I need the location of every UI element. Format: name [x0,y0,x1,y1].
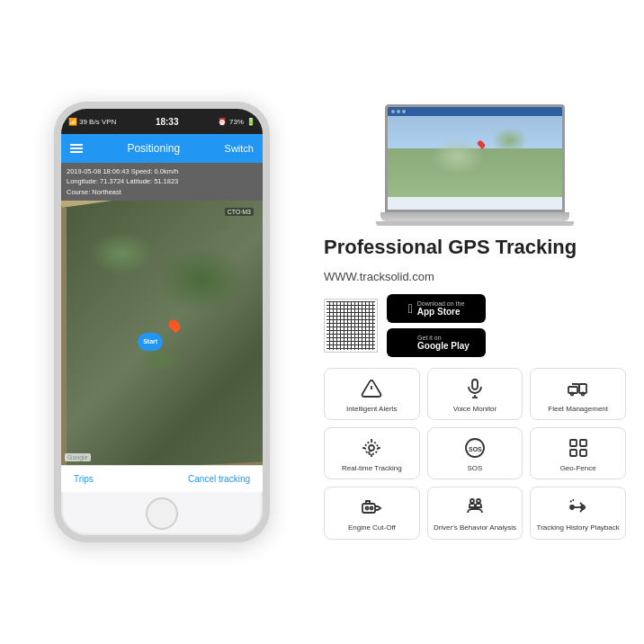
feature-label: SOS [468,464,483,473]
geofence-icon [568,435,589,461]
google-label: Google [65,453,91,461]
fleet-icon [568,376,589,401]
info-panel: Professional GPS Tracking WWW.tracksolid… [324,97,626,546]
phone-status-bar: 📶 39 B/s VPN 18:33 ⏰ 73% 🔋 [61,109,263,134]
info-line-1: 2019-05-08 18:06:43 Speed: 0.0km/h [67,166,257,176]
road-1 [61,201,261,208]
svg-point-25 [477,499,480,503]
battery-text: 73% [229,118,244,126]
google-play-icon: ▶ [403,335,413,350]
feature-fleet-management: Fleet Management [530,368,626,420]
laptop-screen [385,104,565,212]
switch-button[interactable]: Switch [225,143,254,154]
pin-icon [166,318,182,334]
tracking-icon [361,435,382,461]
appstore-big-text: App Store [417,307,465,317]
googleplay-big-text: Google Play [417,341,470,351]
feature-label: Tracking History Playback [537,523,620,532]
gps-title: Professional GPS Tracking [324,237,626,258]
svg-rect-20 [580,450,586,456]
laptop-wrapper [324,104,626,226]
laptop-map-pin [477,140,487,150]
googleplay-text: Get it on Google Play [417,335,470,351]
feature-voice-monitor: Voice Monitor [427,368,523,420]
signal-icon: 📶 [68,118,77,126]
feature-label: Voice Monitor [453,405,496,414]
gps-info-bar: 2019-05-08 18:06:43 Speed: 0.0km/h Longi… [61,163,263,201]
feature-label: Real-time Tracking [342,464,402,473]
feature-driver-behavior: Driver's Behavior Analysis [427,487,523,539]
svg-rect-19 [570,450,577,456]
main-container: 📶 39 B/s VPN 18:33 ⏰ 73% 🔋 Positioning S… [0,0,644,644]
road-3 [61,461,263,465]
website-url: WWW.tracksolid.com [324,270,626,283]
googleplay-button[interactable]: ▶ Get it on Google Play [387,328,486,357]
apple-icon:  [408,301,413,316]
status-left-text: 39 B/s VPN [79,118,116,126]
feature-geo-fence: Geo-Fence [530,427,626,479]
cancel-tracking-button[interactable]: Cancel tracking [188,474,250,484]
svg-point-24 [470,499,474,503]
engine-icon [361,495,382,520]
phone-bottom-bar: Trips Cancel tracking [61,465,263,492]
googleplay-small-text: Get it on [417,335,470,341]
battery-icon: 🔋 [246,118,255,126]
feature-label: Fleet Management [548,405,608,414]
status-right: ⏰ 73% 🔋 [218,118,255,126]
store-buttons-column:  Download on the App Store ▶ Get it on … [387,294,486,357]
info-line-2: Longitude: 71.3724 Latitude: 51.1823 [67,176,257,186]
feature-engine-cutoff: Engine Cut-Off [324,487,420,539]
cto-label: CTO·M3 [225,208,254,216]
laptop-foot [376,221,574,226]
laptop-mockup [376,104,574,226]
svg-text:SOS: SOS [469,446,482,452]
trips-button[interactable]: Trips [74,474,94,484]
svg-point-7 [570,392,573,395]
feature-label: Driver's Behavior Analysis [434,523,516,532]
phone-mockup: 📶 39 B/s VPN 18:33 ⏰ 73% 🔋 Positioning S… [54,102,270,542]
feature-intelligent-alerts: Intelligent Alerts [324,368,420,420]
svg-rect-18 [580,440,586,446]
svg-point-23 [371,507,373,510]
svg-rect-2 [472,380,478,389]
start-marker: Start [138,333,163,351]
appstore-text: Download on the App Store [417,300,465,317]
appstore-small-text: Download on the [417,300,465,307]
mic-icon [464,376,486,401]
alert-icon [361,376,382,401]
svg-point-10 [365,442,378,454]
laptop-topbar [388,107,562,116]
road-2 [61,208,67,465]
status-left: 📶 39 B/s VPN [68,118,116,126]
info-line-3: Course: Northeast [67,187,257,197]
home-button[interactable] [146,497,178,530]
alarm-icon: ⏰ [218,118,227,126]
laptop-map [388,116,562,197]
history-icon [568,495,589,520]
feature-grid: Intelligent Alerts Voice Monitor [324,368,626,540]
qr-image [326,301,375,350]
sos-icon: SOS [464,435,486,461]
start-label: Start [143,338,157,344]
store-buttons:  Download on the App Store ▶ Get it on … [324,294,626,357]
phone-wrapper: 📶 39 B/s VPN 18:33 ⏰ 73% 🔋 Positioning S… [18,102,306,542]
laptop-base [380,212,569,221]
svg-point-9 [369,445,374,451]
hamburger-icon[interactable] [70,144,83,153]
feature-sos: SOS SOS [427,427,523,479]
nav-title: Positioning [127,142,180,155]
svg-point-8 [581,392,584,395]
feature-label: Engine Cut-Off [348,523,396,532]
svg-rect-6 [579,384,586,393]
map-background: Start CTO·M3 Google [61,201,263,465]
feature-history-playback: Tracking History Playback [530,487,626,539]
qr-code [324,299,378,353]
map-view[interactable]: Start CTO·M3 Google [61,201,263,465]
feature-label: Geo-Fence [560,464,596,473]
driver-icon [464,495,486,520]
location-pin [170,319,179,332]
phone-nav-bar: Positioning Switch [61,134,263,163]
svg-point-22 [366,507,369,510]
feature-realtime-tracking: Real-time Tracking [324,427,420,479]
appstore-button[interactable]:  Download on the App Store [387,294,486,323]
